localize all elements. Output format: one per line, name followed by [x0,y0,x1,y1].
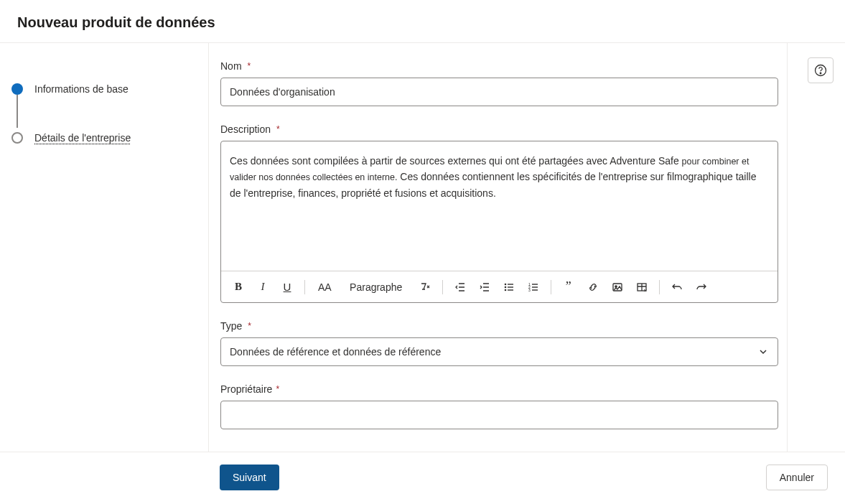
toolbar-separator [551,280,551,294]
required-indicator: * [276,124,280,134]
toolbar-separator [304,280,305,294]
step-connector [17,95,18,128]
svg-point-0 [504,283,506,285]
svg-rect-3 [508,284,513,284]
svg-rect-4 [508,286,513,287]
step-label: Détails de l'entreprise [34,132,131,144]
help-icon [814,64,827,77]
page-header: Nouveau produit de données [0,0,845,43]
bullet-list-button[interactable] [498,276,520,299]
svg-rect-5 [508,289,513,290]
description-label: Description [220,123,271,135]
svg-rect-11 [532,289,538,290]
redo-icon [696,281,707,293]
paragraph-style-button[interactable]: Paragraphe [340,276,412,299]
table-button[interactable] [630,276,653,299]
underline-button[interactable]: U [276,276,299,299]
steps-nav: Informations de base Détails de l'entrep… [0,43,208,452]
field-type: Type * Données de référence et données d… [220,320,778,366]
svg-rect-10 [532,286,538,287]
svg-rect-9 [532,284,538,284]
step-basic-info[interactable]: Informations de base [11,78,197,101]
required-indicator: * [248,321,251,331]
svg-point-1 [504,286,506,288]
toolbar-separator [659,280,660,294]
field-description: Description * Ces données sont compilées… [220,123,778,303]
link-button[interactable] [582,276,604,299]
indent-icon [479,281,490,293]
form-panel: Nom * Description * Ces données sont com… [208,43,788,452]
step-label: Informations de base [34,83,129,95]
italic-icon: I [261,281,265,293]
undo-button[interactable] [666,276,688,299]
help-panel [788,43,845,452]
cancel-button[interactable]: Annuler [766,465,828,490]
image-icon [612,281,623,293]
svg-text:3: 3 [528,288,531,292]
owner-label: Propriétaire [220,383,272,395]
field-name: Nom * [220,60,778,106]
step-company-details[interactable]: Détails de l'entreprise [11,126,197,149]
link-icon [587,281,599,293]
help-button[interactable] [808,57,834,83]
quote-button[interactable]: ” [557,276,580,299]
clear-format-icon [419,281,431,293]
clear-format-button[interactable] [414,276,436,299]
table-icon [636,281,648,293]
type-select[interactable]: Données de référence et données de référ… [220,337,778,366]
indent-button[interactable] [473,276,496,299]
bullet-list-icon [503,281,515,293]
image-button[interactable] [606,276,629,299]
description-input[interactable]: Ces données sont compilées à partir de s… [221,141,778,271]
owner-input[interactable] [220,401,778,429]
step-active-icon [11,83,23,95]
required-indicator: * [248,61,251,71]
outdent-icon [454,281,466,293]
undo-icon [671,281,683,293]
footer: Suivant Annuler [0,452,845,503]
rte-toolbar: B I U AA Paragraphe [221,271,778,302]
svg-point-16 [820,73,821,74]
svg-point-13 [615,285,616,286]
bold-button[interactable]: B [227,276,250,299]
field-owner: Propriétaire* [220,383,778,429]
toolbar-separator [442,280,443,294]
name-input[interactable] [220,78,778,106]
next-button[interactable]: Suivant [220,465,279,490]
name-label: Nom [220,60,242,72]
underline-icon: U [284,281,291,293]
step-inactive-icon [11,132,23,144]
redo-button[interactable] [690,276,713,299]
type-value: Données de référence et données de référ… [230,346,441,358]
font-size-button[interactable]: AA [311,276,339,299]
outdent-button[interactable] [449,276,472,299]
rich-text-editor: Ces données sont compilées à partir de s… [220,141,778,303]
numbered-list-icon: 123 [528,281,539,293]
numbered-list-button[interactable]: 123 [522,276,545,299]
type-label: Type [220,320,242,332]
bold-icon: B [235,281,242,293]
required-indicator: * [276,384,279,394]
italic-button[interactable]: I [251,276,274,299]
page-title: Nouveau produit de données [17,14,828,31]
quote-icon: ” [566,279,571,294]
svg-point-2 [504,289,506,291]
